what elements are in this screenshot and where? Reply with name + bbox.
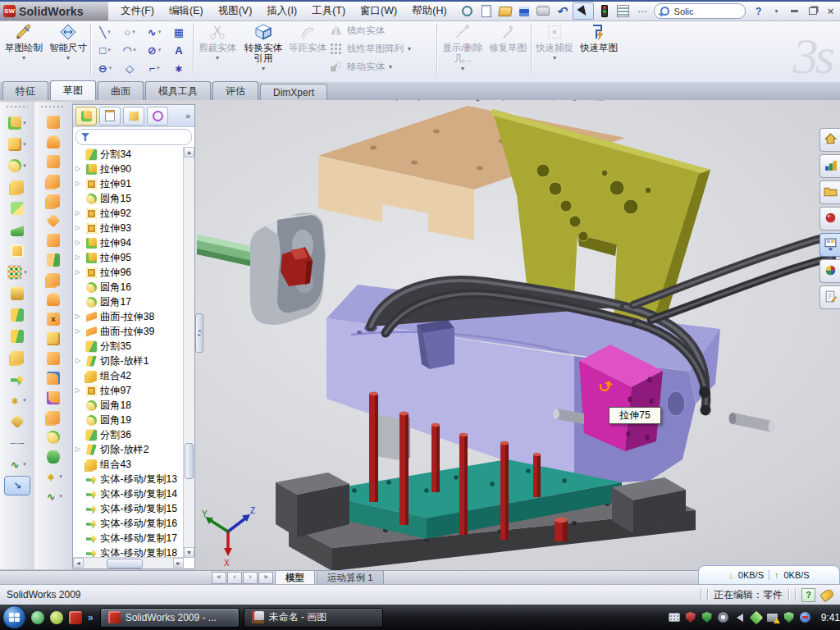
tree-item[interactable]: 分割36 — [73, 427, 184, 442]
menu-工具(T)[interactable]: 工具(T) — [304, 2, 353, 21]
expand-arrow-icon[interactable]: ▷ — [75, 268, 80, 276]
clamp-block[interactable] — [250, 212, 326, 325]
tab-nav-1[interactable]: ‹ — [227, 572, 242, 584]
menu-文件(F)[interactable]: 文件(F) — [113, 2, 162, 21]
tree-item[interactable]: 实体-移动/复制13 — [73, 472, 184, 486]
tree-item[interactable]: ▷拉伸92 — [73, 206, 184, 221]
tree-filter-box[interactable] — [75, 129, 192, 145]
dropdown-arrow-icon[interactable]: ▾ — [23, 162, 26, 169]
taskbar-clock[interactable]: 9:41 — [821, 612, 840, 623]
security-icon[interactable] — [50, 611, 63, 624]
scroll-up-button[interactable]: ▲ — [184, 147, 194, 158]
taskpane-tab-file-explorer[interactable] — [819, 180, 840, 204]
more-tabs-chevron-icon[interactable]: » — [185, 111, 192, 121]
tree-vertical-scrollbar[interactable]: ▲ ▼ — [183, 147, 194, 558]
sketch-sketch-fillet-button[interactable]: ⌐▾ — [142, 59, 167, 77]
tab-特征[interactable]: 特征 — [2, 81, 48, 100]
dropdown-arrow-icon[interactable]: ▾ — [23, 120, 26, 126]
tree-item[interactable]: ▷拉伸93 — [73, 221, 184, 235]
expand-arrow-icon[interactable]: ▷ — [75, 445, 80, 453]
tool-linear-pattern[interactable]: ▾ — [0, 262, 34, 283]
scrollbar-thumb[interactable] — [107, 559, 143, 568]
tool-extend-surface[interactable] — [34, 152, 72, 171]
selection-filter-icon[interactable] — [615, 3, 632, 19]
tree-item[interactable]: 圆角18 — [73, 398, 184, 413]
sketch-selection-box-button[interactable]: ▦ — [167, 23, 191, 41]
tool-move-copy-body[interactable] — [0, 368, 34, 390]
tray-keyboard-icon[interactable] — [669, 612, 680, 623]
tool-radiate-surface[interactable] — [34, 211, 72, 231]
restore-button[interactable] — [805, 4, 821, 18]
tool-parting-line[interactable] — [34, 132, 72, 152]
tray-volume-icon[interactable] — [734, 612, 746, 623]
tool-reference-point[interactable]: ∗▾ — [0, 390, 34, 411]
solidworks-launcher-icon[interactable] — [69, 611, 82, 624]
tool-trimmed-surface[interactable] — [34, 408, 72, 427]
scroll-left-button[interactable]: ◄ — [73, 558, 84, 568]
dropdown-arrow-icon[interactable]: ▾ — [23, 141, 26, 148]
tree-item[interactable]: 组合42 — [73, 368, 184, 383]
taskbar-button-paint[interactable]: 未命名 - 画图 — [244, 608, 383, 628]
convert-entities-button[interactable]: 转换实体引用 ▾ — [240, 21, 286, 77]
menu-窗口(W)[interactable]: 窗口(W) — [353, 2, 404, 21]
tree-item[interactable]: ▷拉伸90 — [73, 162, 184, 176]
tab-草图[interactable]: 草图 — [50, 80, 96, 100]
tool-split[interactable] — [0, 304, 34, 326]
taskpane-tab-design-library[interactable] — [819, 154, 840, 178]
tray-sync-icon[interactable] — [751, 612, 762, 623]
sketch-rectangle-button[interactable]: □▾ — [93, 41, 117, 59]
open-icon[interactable] — [497, 3, 514, 19]
tab-曲面[interactable]: 曲面 — [98, 81, 144, 100]
tray-updater-gear-icon[interactable] — [718, 612, 729, 623]
expand-arrow-icon[interactable]: ▷ — [75, 327, 80, 335]
quick-tips-icon[interactable]: ? — [801, 588, 815, 602]
print-icon[interactable] — [535, 3, 551, 19]
taskpane-tab-view-palette[interactable] — [819, 233, 840, 257]
tool-shut-off-surface[interactable] — [34, 171, 72, 191]
taskpane-tab-appearances-scenes[interactable] — [819, 259, 840, 283]
tool-reference-axis[interactable] — [0, 411, 34, 432]
quick-launch-chevron-icon[interactable]: » — [88, 612, 94, 623]
tree-item[interactable]: 圆角17 — [73, 294, 184, 309]
expand-arrow-icon[interactable]: ▷ — [75, 253, 80, 261]
tree-item[interactable]: ▷曲面-拉伸39 — [73, 324, 184, 339]
expand-arrow-icon[interactable]: ▷ — [75, 165, 80, 172]
rapid-sketch-button[interactable]: 快速草图 — [577, 21, 621, 77]
taskpane-tab-custom-properties[interactable] — [819, 285, 840, 309]
expand-arrow-icon[interactable]: ▷ — [75, 180, 80, 187]
dropdown-arrow-icon[interactable]: ▾ — [262, 65, 265, 72]
tool-rib[interactable] — [0, 283, 34, 304]
tree-item[interactable]: ▷拉伸94 — [73, 235, 184, 250]
taskpane-tab-solidworks-resources[interactable] — [819, 128, 840, 152]
tool-fillet[interactable]: ▾ — [0, 155, 34, 176]
search-box[interactable] — [654, 3, 746, 19]
tool-side-core[interactable] — [34, 349, 72, 368]
model-3d-view[interactable]: Y Z X — [195, 100, 840, 570]
panel-splitter-handle[interactable]: ◄► — [195, 313, 203, 353]
select-icon[interactable] — [573, 2, 594, 20]
menu-插入(I)[interactable]: 插入(I) — [259, 2, 304, 21]
tag-icon[interactable] — [819, 587, 835, 602]
tree-item[interactable]: 圆角19 — [73, 413, 184, 427]
expand-arrow-icon[interactable]: ▷ — [75, 386, 80, 394]
minimize-button[interactable] — [787, 4, 803, 18]
tab-nav-2[interactable]: › — [243, 572, 258, 584]
mirror-entities-button[interactable]: 镜向实体 — [329, 21, 385, 39]
scroll-down-button[interactable]: ▼ — [184, 547, 194, 558]
tray-network-warning-icon[interactable] — [767, 612, 778, 623]
save-icon[interactable] — [516, 3, 532, 19]
tool-spline-curve[interactable]: ∿▾ — [0, 454, 34, 475]
tree-item[interactable]: 实体-移动/复制16 — [73, 516, 184, 531]
tool-cavity[interactable]: × — [34, 309, 72, 329]
dropdown-arrow-icon[interactable]: ▾ — [109, 65, 112, 71]
sketch-polygon-button[interactable]: ◇ — [117, 59, 142, 77]
tray-defender-icon[interactable] — [783, 612, 795, 623]
move-entities-button[interactable]: 移动实体 ▾ — [329, 57, 392, 75]
tool-revolved-boss[interactable]: ▾ — [0, 134, 34, 155]
tree-item[interactable]: ▷切除-放样1 — [73, 354, 184, 368]
tab-propertymanager[interactable] — [99, 107, 121, 126]
start-button[interactable] — [2, 605, 26, 629]
tree-horizontal-scrollbar[interactable]: ◄ ► — [73, 557, 184, 568]
dropdown-arrow-icon[interactable]: ▾ — [66, 54, 70, 62]
dropdown-arrow-icon[interactable]: ▾ — [59, 493, 62, 500]
